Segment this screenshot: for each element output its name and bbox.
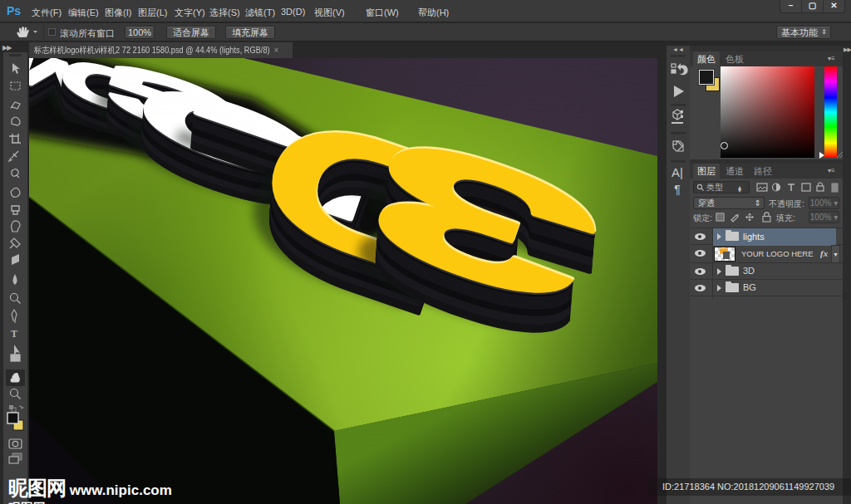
svg-text:T: T	[11, 328, 17, 340]
svg-text:¶: ¶	[674, 183, 681, 196]
svg-text:A|: A|	[671, 165, 683, 179]
svg-text:◄◄: ◄◄	[672, 46, 684, 52]
